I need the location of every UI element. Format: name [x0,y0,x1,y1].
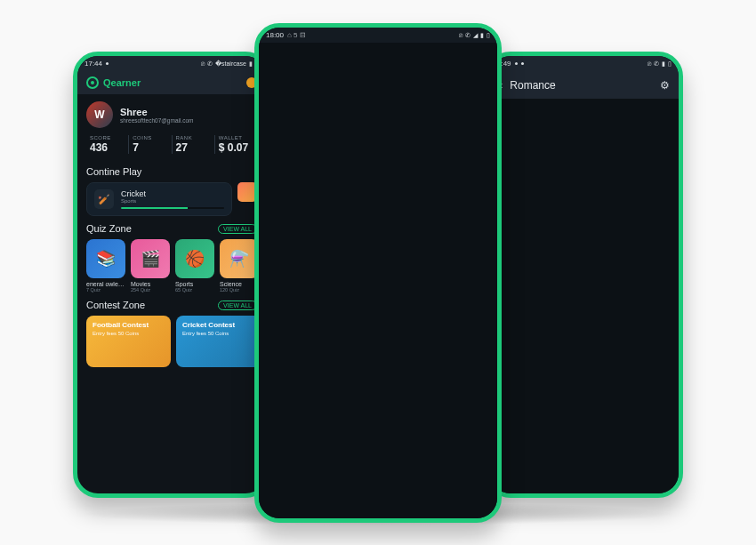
books-icon: 📚 [86,239,125,278]
wifi-icon: ◢ [473,32,478,39]
stat-score: SCORE 436 [86,135,129,154]
continue-play-section: Contine Play 🏏 Cricket Sports [77,161,266,218]
avatar[interactable]: W [86,101,113,128]
quiz-zone-section: Quiz Zone VIEW ALL 📚 eneral owledge 7 Qu… [77,218,266,294]
quiz-heading: Quiz Zone [86,223,132,234]
contest-card-football[interactable]: Football Contest Entry fees 50 Coins [86,316,171,367]
app-brand[interactable]: Qearner [86,76,141,89]
page-title: Romance [510,79,555,92]
signal-icon: ▮ [249,60,253,68]
quiz-card-movies[interactable]: 🎬 Movies 254 Quiz [131,239,170,293]
continue-title: Cricket [121,189,224,198]
page-header: ‹ Romance ⚙ [490,71,679,99]
status-extra: ⌂ 5 ⊟ [287,31,306,39]
cricket-icon: 🏏 [94,189,114,209]
continue-progress-bar [121,207,224,209]
profile-name: Shree [120,107,193,117]
phone-left: 17:44 ⎚ ✆ �staircase ▮ ▯ Qearner [73,52,270,498]
stat-wallet: WALLET $ 0.07 [215,135,257,154]
quiz-view-all[interactable]: VIEW ALL [218,224,257,234]
phone-right: 7:49 ⎚ ✆ ▮ ▯ ‹ Romance ⚙ [486,52,683,498]
page-body [490,99,679,493]
profile-block: W Shree shreesofttech07@gmail.com SCORE … [77,94,266,161]
status-icons: ⎚ ✆ ▮ ▯ [647,60,672,68]
app-header: Qearner [77,71,266,94]
settings-icon[interactable]: ⚙ [660,79,670,92]
status-time: 17:44 [84,60,102,68]
stat-coins: COINS 7 [129,135,172,154]
volte-icon: ✆ [207,60,213,68]
status-bar: 18:00 ⌂ 5 ⊟ ⎚ ✆ ◢ ▮ ▯ [259,28,497,43]
volte-icon: ✆ [465,32,470,39]
quiz-card-sports[interactable]: 🏀 Sports 65 Quiz [175,239,214,293]
volte-icon: ✆ [654,60,659,68]
cast-icon: ⎚ [201,60,205,67]
stats-row: SCORE 436 COINS 7 RANK 27 WALLET $ 0.07 [86,135,257,154]
contest-card-cricket[interactable]: Cricket Contest Entry fees 50 Coins [176,316,257,367]
cast-icon: ⎚ [459,32,462,38]
contest-heading: Contest Zone [86,300,145,310]
stat-rank: RANK 27 [173,135,215,154]
status-bar: 7:49 ⎚ ✆ ▮ ▯ [490,56,679,71]
quiz-card-science[interactable]: ⚗️ Science 120 Quiz [220,239,257,293]
status-icons: ⎚ ✆ ◢ ▮ ▯ [459,32,490,39]
signal-icon: ▮ [662,60,665,68]
battery-icon: ▯ [668,60,672,68]
page-body [259,43,497,518]
status-bar: 17:44 ⎚ ✆ �staircase ▮ ▯ [77,56,266,71]
science-icon: ⚗️ [220,239,257,278]
profile-email: shreesofttech07@gmail.com [120,117,193,124]
contest-view-all[interactable]: VIEW ALL [218,301,257,310]
brand-name: Qearner [103,77,141,88]
movie-icon: 🎬 [131,239,170,278]
quiz-card-general[interactable]: 📚 eneral owledge 7 Quiz [86,239,125,293]
status-time: 18:00 [266,31,284,39]
battery-icon: ▯ [487,32,490,39]
continue-card[interactable]: 🏏 Cricket Sports [86,182,232,216]
continue-heading: Contine Play [86,166,141,177]
brand-logo-icon [86,76,99,89]
cast-icon: ⎚ [647,60,651,67]
wifi-icon: �staircase [215,60,246,68]
continue-sub: Sports [121,198,224,204]
status-icons: ⎚ ✆ �staircase ▮ ▯ [201,60,259,68]
phone-center: 18:00 ⌂ 5 ⊟ ⎚ ✆ ◢ ▮ ▯ [254,23,502,523]
signal-icon: ▮ [480,32,484,39]
contest-zone-section: Contest Zone VIEW ALL Football Contest E… [77,294,266,369]
sports-icon: 🏀 [175,239,214,278]
